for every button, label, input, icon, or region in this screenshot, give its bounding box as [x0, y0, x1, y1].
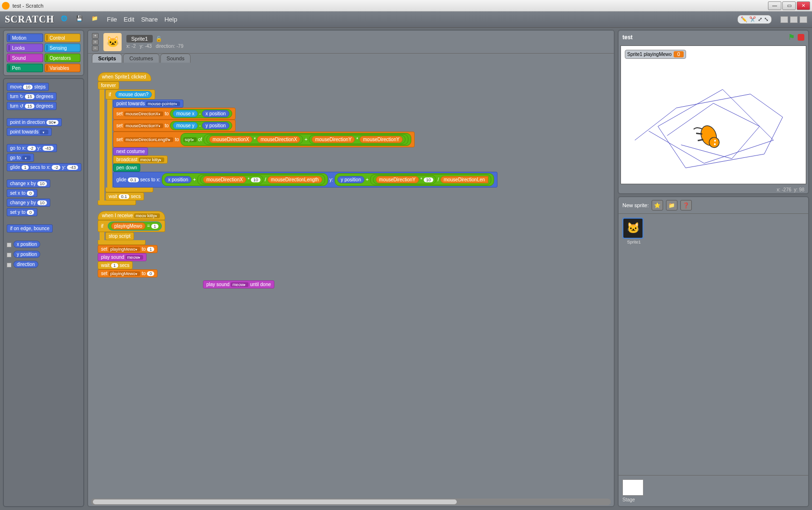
block-broadcast[interactable]: broadcastmeov kitty — [113, 155, 168, 164]
palette-change-x[interactable]: change x by10 — [7, 179, 50, 188]
block-stop-script[interactable]: stop script — [105, 232, 134, 240]
globe-icon[interactable]: 🌐 — [61, 15, 69, 24]
palette-glide[interactable]: glide1secs to x:-2y:-43 — [7, 163, 81, 171]
menu-share[interactable]: Share — [141, 16, 158, 23]
palette-x-position[interactable]: x position — [13, 241, 40, 248]
app-icon — [2, 2, 10, 10]
block-if[interactable]: if mouse down? — [105, 89, 155, 100]
minimize-button[interactable]: — — [768, 1, 781, 10]
view-small-icon[interactable] — [780, 16, 788, 23]
save-icon[interactable]: 💾 — [76, 15, 85, 24]
block-glide[interactable]: glide0.1secs to x: x position+ mouseDire… — [113, 172, 497, 188]
palette-goto[interactable]: go to — [7, 154, 34, 162]
category-pen[interactable]: Pen — [7, 64, 43, 72]
block-next-costume[interactable]: next costume — [113, 147, 148, 155]
scripts-area[interactable]: when Sprite1 clicked forever if mouse do… — [88, 63, 614, 498]
block-point-towards[interactable]: point towardsmouse-pointer — [113, 100, 183, 108]
zoom-in-icon[interactable]: + — [92, 33, 99, 39]
op-glide-x[interactable]: x position+ mouseDirectionX*10/mouseDire… — [162, 173, 328, 186]
maximize-button[interactable]: ▭ — [782, 1, 796, 10]
block-wait[interactable]: wait0.1secs — [105, 192, 144, 200]
op-sqrt[interactable]: sqrtof mouseDirectionX*mouseDirectionX +… — [180, 133, 412, 146]
stage-canvas[interactable]: Sprite1 playingMewo 0 — [620, 45, 806, 184]
block-play-sound-done[interactable]: play soundmeowuntil done — [203, 280, 274, 288]
op-times-2[interactable]: mouseDirectionY*mouseDirectionY — [309, 135, 406, 144]
op-equals[interactable]: playingMewo=1 — [108, 222, 162, 231]
block-set-mdl[interactable]: setmouseDirectionLengthto sqrtof mouseDi… — [113, 132, 415, 147]
menu-help[interactable]: Help — [164, 16, 177, 23]
tool-toggle-group[interactable]: ✏️ ✂️ ⤢ ⤡ — [737, 15, 772, 24]
palette-change-y[interactable]: change y by10 — [7, 199, 50, 207]
choose-sprite-icon[interactable]: 📁 — [666, 200, 677, 211]
palette-turn-cw[interactable]: turn ↻15degrees — [7, 92, 56, 100]
category-looks[interactable]: Looks — [7, 44, 43, 52]
script-1[interactable]: when Sprite1 clicked forever if mouse do… — [98, 72, 497, 205]
folder-icon[interactable]: 📁 — [91, 15, 100, 24]
zoom-out-icon[interactable]: − — [92, 45, 99, 51]
hat-receive[interactable]: when I receive meov kitty — [98, 211, 165, 220]
grow-icon[interactable]: ⤢ — [758, 16, 762, 22]
scripts-hscrollbar[interactable] — [91, 499, 611, 505]
palette-set-y[interactable]: set y to0 — [7, 208, 37, 216]
checkbox-x[interactable] — [7, 243, 11, 247]
category-sound[interactable]: Sound — [7, 54, 43, 62]
scissors-icon[interactable]: ✂️ — [749, 16, 756, 22]
stop-icon[interactable] — [798, 34, 804, 41]
block-set-mdy[interactable]: setmouseDirectionYto mouse y-y position — [113, 120, 236, 132]
sprite-thumbnail[interactable]: 🐱 — [103, 33, 122, 51]
block-set-playing-0[interactable]: setplayingMewoto0 — [98, 269, 158, 277]
block-forever[interactable]: forever — [98, 81, 119, 89]
tab-costumes[interactable]: Costumes — [123, 54, 159, 63]
sprite-name-field[interactable]: Sprite1 — [126, 35, 153, 43]
block-set-playing-1[interactable]: setplayingMewoto1 — [98, 245, 158, 253]
op-minus-2[interactable]: mouse y-y position — [170, 121, 232, 130]
stamp-icon[interactable]: ✏️ — [741, 16, 747, 22]
op-times-1[interactable]: mouseDirectionX*mouseDirectionX — [206, 135, 303, 144]
palette-point-direction[interactable]: point in direction90▾ — [7, 118, 62, 126]
menubar: SCRATCH 🌐 💾 📁 File Edit Share Help ✏️ ✂️… — [0, 11, 812, 28]
checkbox-y[interactable] — [7, 253, 11, 257]
palette-move[interactable]: move10steps — [7, 83, 49, 91]
op-glide-y[interactable]: y position+ mouseDirectionY*10/mouseDire… — [335, 173, 494, 186]
green-flag-icon[interactable]: ⚑ — [788, 33, 795, 42]
palette-direction[interactable]: direction — [13, 261, 38, 268]
menu-edit[interactable]: Edit — [124, 16, 134, 23]
sprite-item-sprite1[interactable]: 🐱 Sprite1 — [622, 218, 645, 244]
tab-sounds[interactable]: Sounds — [160, 54, 191, 63]
lock-icon[interactable]: 🔓 — [156, 36, 162, 42]
category-motion[interactable]: Motion — [7, 33, 43, 42]
surprise-sprite-icon[interactable]: ❓ — [680, 200, 692, 211]
paint-sprite-icon[interactable]: ⭐ — [652, 200, 663, 211]
close-button[interactable]: ✕ — [797, 1, 810, 10]
view-presentation-icon[interactable] — [800, 16, 807, 23]
category-variables[interactable]: Variables — [45, 64, 81, 72]
block-play-sound[interactable]: play soundmeow — [98, 253, 147, 261]
shrink-icon[interactable]: ⤡ — [764, 16, 768, 22]
view-medium-icon[interactable] — [790, 16, 798, 23]
category-operators[interactable]: Operators — [45, 54, 81, 62]
checkbox-dir[interactable] — [7, 263, 11, 267]
orphan-block[interactable]: play soundmeowuntil done — [203, 280, 274, 288]
palette-bounce[interactable]: if on edge, bounce — [7, 224, 53, 233]
op-minus-1[interactable]: mouse x-x position — [170, 109, 232, 118]
block-wait-2[interactable]: wait1secs — [98, 261, 133, 269]
category-control[interactable]: Control — [45, 33, 81, 42]
tab-scripts[interactable]: Scripts — [92, 54, 122, 63]
palette-point-towards[interactable]: point towards — [7, 128, 52, 136]
category-sensing[interactable]: Sensing — [45, 44, 81, 52]
variable-monitor[interactable]: Sprite1 playingMewo 0 — [625, 50, 686, 59]
op-plus[interactable]: mouseDirectionX*mouseDirectionX + mouseD… — [203, 134, 408, 145]
palette-set-x[interactable]: set x to0 — [7, 189, 37, 197]
stage-thumbnail[interactable] — [622, 479, 643, 496]
script-2[interactable]: when I receive meov kitty if playingMewo… — [98, 211, 165, 277]
palette-turn-ccw[interactable]: turn ↺15degrees — [7, 102, 56, 110]
block-pen-down[interactable]: pen down — [113, 164, 140, 172]
zoom-eq-icon[interactable]: = — [92, 39, 99, 45]
palette-y-position[interactable]: y position — [13, 251, 40, 258]
block-set-mdx[interactable]: setmouseDirectionXto mouse x-x position — [113, 108, 236, 120]
menu-file[interactable]: File — [107, 16, 117, 23]
boolean-mouse-down[interactable]: mouse down? — [115, 91, 152, 98]
palette-goto-xy[interactable]: go to x:-2y:-43 — [7, 144, 57, 152]
block-if-2[interactable]: if playingMewo=1 — [98, 220, 165, 232]
hat-sprite-clicked[interactable]: when Sprite1 clicked — [98, 72, 151, 81]
